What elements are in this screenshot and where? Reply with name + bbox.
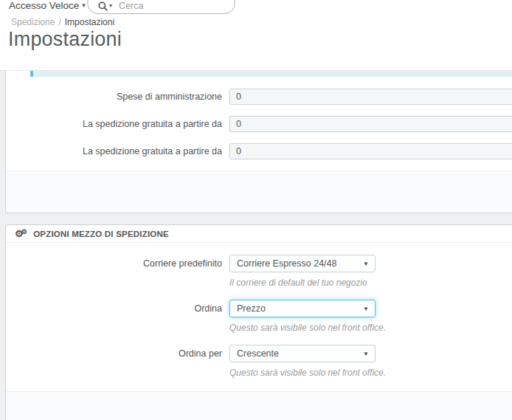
sort-by-select[interactable]: Prezzo: [229, 300, 376, 317]
breadcrumb-parent-link[interactable]: Spedizione: [11, 17, 55, 27]
search-icon[interactable]: [98, 1, 108, 11]
field-help-text: Questo sarà visibile solo nel front offi…: [229, 323, 386, 333]
default-carrier-select[interactable]: Corriere Espresso 24/48: [229, 255, 376, 272]
quick-access-label: Accesso Veloce: [9, 0, 79, 11]
handling-fees-input[interactable]: [229, 89, 512, 105]
field-label: Spese di amministrazione: [6, 89, 229, 105]
free-shipping-from-input-2[interactable]: [229, 143, 512, 159]
default-carrier-select-wrap: Corriere Espresso 24/48 ▼: [229, 255, 376, 272]
field-help-text: Questo sarà visibile solo nel front offi…: [229, 368, 386, 378]
form-row-sort-by: Ordina Prezzo ▼ Questo sarà visibile sol…: [6, 300, 512, 333]
form-row-handling-fees: Spese di amministrazione: [6, 89, 512, 105]
form-row-free-shipping-1: La spedizione gratuita a partire da: [6, 116, 512, 132]
field-label: Ordina per: [6, 345, 229, 378]
breadcrumb-separator: /: [58, 17, 60, 27]
sort-by-select-wrap: Prezzo ▼: [229, 300, 376, 317]
chevron-down-icon: ▾: [82, 1, 86, 9]
carrier-options-panel-header: ⚙⚙OPZIONI MEZZO DI SPEDIZIONE: [6, 225, 512, 243]
search-type-caret-icon[interactable]: ▾: [109, 2, 112, 9]
form-row-sort-order: Ordina per Crescente ▼ Questo sarà visib…: [6, 345, 512, 378]
breadcrumb-current: Impostazioni: [65, 17, 114, 27]
cogs-icon: ⚙⚙: [15, 230, 30, 238]
top-header: Accesso Veloce▾ ▾ Spedizione/Impostazion…: [0, 0, 512, 71]
breadcrumb: Spedizione/Impostazioni: [11, 17, 114, 27]
field-label: Ordina: [6, 300, 229, 333]
carrier-options-panel-title: OPZIONI MEZZO DI SPEDIZIONE: [33, 230, 169, 238]
quick-access-menu[interactable]: Accesso Veloce▾: [9, 0, 86, 11]
page-title: Impostazioni: [8, 28, 122, 51]
form-row-free-shipping-2: La spedizione gratuita a partire da: [6, 143, 512, 159]
field-label: La spedizione gratuita a partire da: [6, 116, 229, 132]
search-bar[interactable]: ▾: [87, 0, 235, 14]
form-row-default-carrier: Corriere predefinito Corriere Espresso 2…: [6, 255, 512, 288]
panel-footer: [6, 171, 512, 213]
sort-order-select-wrap: Crescente ▼: [229, 345, 376, 362]
carrier-options-panel: ⚙⚙OPZIONI MEZZO DI SPEDIZIONE Corriere p…: [5, 224, 512, 420]
search-input[interactable]: [119, 0, 227, 11]
sort-order-select[interactable]: Crescente: [229, 345, 376, 362]
free-shipping-from-input-1[interactable]: [229, 116, 512, 132]
handling-costs-panel: Spese di amministrazione La spedizione g…: [5, 71, 512, 213]
panel-footer: [6, 392, 512, 420]
info-alert-cropped: [30, 71, 512, 77]
field-help-text: Il corriere di default del tuo negozio: [229, 278, 376, 288]
field-label: Corriere predefinito: [6, 255, 229, 288]
field-label: La spedizione gratuita a partire da: [6, 143, 229, 159]
